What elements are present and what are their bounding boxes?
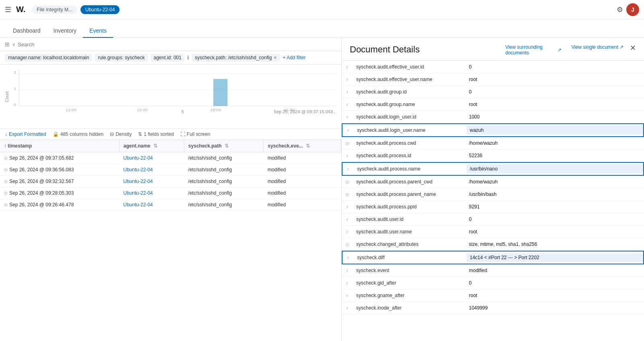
remove-filter-icon[interactable]: ✕: [273, 55, 277, 60]
main-layout: ⊞ ∨ manager.name: localhost.localdomain …: [0, 38, 644, 341]
field-name: syscheck.event: [353, 264, 466, 277]
close-button[interactable]: ✕: [630, 44, 636, 52]
doc-table: r syscheck.audit.effective_user.id 0 r s…: [342, 61, 644, 341]
field-name: syscheck.audit.group.name: [353, 98, 466, 110]
doc-field-row: r syscheck.audit.user.id 0: [342, 213, 644, 226]
fields-sorted-label[interactable]: ⇅ 1 fields sorted: [138, 131, 174, 137]
chart-area: Count 3 1 0 12:00 15:00 18:00 21:00: [0, 64, 341, 129]
table-body: ⊙Sep 26, 2024 @ 09:37:05.682 Ubuntu-22-0…: [0, 152, 341, 211]
cell-event: modified: [264, 176, 341, 187]
doc-field-row: r syscheck.audit.login_user.name wazuh: [342, 123, 644, 137]
fullscreen-button[interactable]: ⛶ Full screen: [180, 131, 211, 137]
agent-link[interactable]: Ubuntu-22-04: [123, 155, 153, 161]
cell-agent-name: Ubuntu-22-04: [119, 199, 184, 211]
field-value: 52236: [466, 150, 644, 162]
row-expand-icon[interactable]: ⊙: [4, 179, 8, 184]
field-type-icon: r: [342, 61, 353, 73]
field-name: syscheck.audit.process.parent_name: [353, 188, 466, 200]
view-surrounding-link[interactable]: View surrounding documents ↗: [505, 44, 561, 56]
doc-title: Document Details: [350, 44, 499, 55]
cell-event: modified: [264, 152, 341, 164]
field-name: syscheck.audit.process.name: [354, 163, 466, 175]
external-link-icon-2: ↗: [619, 44, 623, 50]
field-type-icon: ◎: [342, 176, 353, 188]
col-syscheck-event[interactable]: syscheck.eve... ⇅: [264, 140, 341, 152]
field-name: syscheck.audit.effective_user.id: [353, 61, 466, 73]
doc-field-row: ◎ syscheck.audit.process.parent_cwd /hom…: [342, 176, 644, 188]
settings-icon[interactable]: ⚙: [617, 5, 623, 14]
avatar[interactable]: J: [626, 3, 639, 16]
table-header-row: ↑ timestamp agent.name ⇅ syscheck.path ⇅: [0, 140, 341, 152]
sort-icon-3: ⇅: [306, 143, 310, 149]
doc-links: View surrounding documents ↗ View single…: [505, 44, 623, 56]
row-expand-icon[interactable]: ⊙: [4, 191, 8, 195]
field-value: wazuh: [466, 126, 643, 135]
doc-field-row: ◎ syscheck.audit.process.cwd /home/wazuh: [342, 137, 644, 150]
doc-field-row: r syscheck.audit.group.name root: [342, 98, 644, 111]
field-value: /home/wazuh: [466, 176, 644, 188]
table-row[interactable]: ⊙Sep 26, 2024 @ 09:32:32.567 Ubuntu-22-0…: [0, 176, 341, 187]
field-type-icon: r: [342, 150, 353, 161]
field-type-icon: ◎: [342, 239, 353, 250]
tab-ubuntu[interactable]: Ubuntu-22-04: [80, 5, 120, 14]
doc-field-row: r syscheck.diff 14c14 < #Port 22 --- > P…: [342, 251, 644, 264]
filter-agent-id: agent.id: 001: [151, 54, 185, 62]
field-type-icon: r: [342, 277, 353, 289]
search-icon: ⊞: [5, 41, 10, 48]
field-value: 9291: [466, 201, 644, 213]
row-expand-icon[interactable]: ⊙: [4, 156, 8, 160]
search-dropdown[interactable]: ∨: [12, 42, 15, 47]
tab-events[interactable]: Events: [83, 24, 113, 38]
col-agent-name[interactable]: agent.name ⇅: [119, 140, 184, 152]
filter-bar: manager.name: localhost.localdomain rule…: [0, 51, 341, 64]
density-label[interactable]: ⊟ Density: [110, 131, 132, 137]
svg-text:0: 0: [14, 103, 16, 107]
doc-field-row: ◎ syscheck.audit.process.parent_name /us…: [342, 188, 644, 201]
field-name: syscheck.audit.process.ppid: [353, 201, 466, 213]
doc-field-row: r syscheck.audit.effective_user.name roo…: [342, 73, 644, 86]
topbar: ☰ W. File Integrity M... Ubuntu-22-04 ⚙ …: [0, 0, 644, 19]
agent-link[interactable]: Ubuntu-22-04: [123, 190, 153, 196]
filter-manager: manager.name: localhost.localdomain: [5, 54, 92, 62]
table-row[interactable]: ⊙Sep 26, 2024 @ 09:26:46.478 Ubuntu-22-0…: [0, 199, 341, 211]
cell-syscheck-path: /etc/ssh/sshd_config: [184, 176, 263, 187]
tab-file-integrity[interactable]: File Integrity M...: [32, 5, 77, 14]
agent-link[interactable]: Ubuntu-22-04: [123, 167, 153, 173]
doc-field-row: r syscheck.gid_after 0: [342, 277, 644, 289]
field-value: 1000: [466, 111, 644, 123]
field-value: /usr/bin/bash: [466, 188, 644, 200]
menu-icon[interactable]: ☰: [5, 5, 11, 14]
cell-agent-name: Ubuntu-22-04: [119, 187, 184, 199]
density-icon: ⊟: [110, 131, 114, 137]
cell-syscheck-path: /etc/ssh/sshd_config: [184, 187, 263, 199]
field-name: syscheck.gname_after: [353, 289, 466, 301]
doc-field-row: r syscheck.gname_after root: [342, 289, 644, 302]
svg-text:12:00: 12:00: [66, 108, 77, 112]
col-timestamp[interactable]: ↑ timestamp: [0, 140, 119, 152]
agent-link[interactable]: Ubuntu-22-04: [123, 202, 153, 208]
agent-link[interactable]: Ubuntu-22-04: [123, 179, 153, 184]
field-value: 0: [466, 86, 644, 98]
tab-dashboard[interactable]: Dashboard: [6, 24, 47, 38]
table-row[interactable]: ⊙Sep 26, 2024 @ 09:37:05.682 Ubuntu-22-0…: [0, 152, 341, 164]
row-expand-icon[interactable]: ⊙: [4, 167, 8, 172]
table-row[interactable]: ⊙Sep 26, 2024 @ 09:36:56.083 Ubuntu-22-0…: [0, 164, 341, 176]
filter-info-icon[interactable]: ℹ: [187, 55, 189, 60]
add-filter-button[interactable]: + Add filter: [283, 55, 305, 60]
field-name: syscheck.audit.process.parent_cwd: [353, 176, 466, 188]
field-value: 14c14 < #Port 22 --- > Port 2202: [466, 253, 643, 262]
search-input[interactable]: [18, 42, 336, 48]
field-name: syscheck.inode_after: [353, 302, 466, 314]
tab-inventory[interactable]: Inventory: [47, 24, 83, 38]
view-single-link[interactable]: View single document ↗: [571, 44, 623, 50]
export-formatted-button[interactable]: ↓ Export Formatted: [5, 131, 46, 137]
field-name: syscheck.changed_attributes: [353, 238, 466, 250]
field-type-icon: r: [342, 99, 353, 110]
columns-hidden-label[interactable]: 🔒 485 columns hidden: [53, 131, 103, 137]
field-name: syscheck.gid_after: [353, 277, 466, 289]
nav-tabs: Dashboard Inventory Events: [0, 19, 644, 38]
row-expand-icon[interactable]: ⊙: [4, 202, 8, 207]
col-syscheck-path[interactable]: syscheck.path ⇅: [184, 140, 263, 152]
events-table: ↑ timestamp agent.name ⇅ syscheck.path ⇅: [0, 140, 341, 211]
table-row[interactable]: ⊙Sep 26, 2024 @ 09:28:05.303 Ubuntu-22-0…: [0, 187, 341, 199]
